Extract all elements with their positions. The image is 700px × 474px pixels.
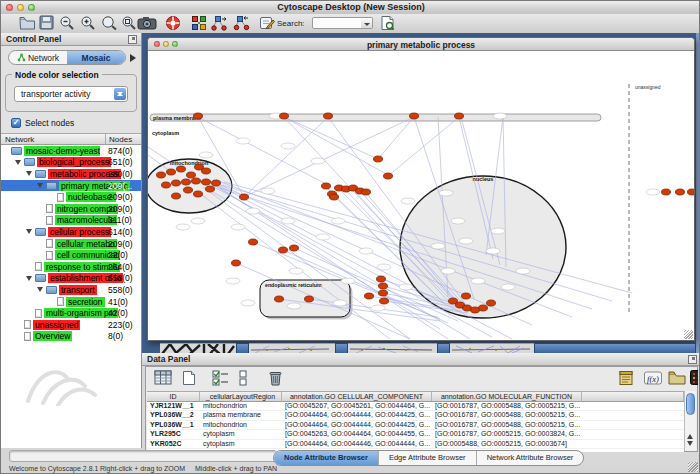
tab-edge-attribute-browser[interactable]: Edge Attribute Browser xyxy=(379,451,477,465)
table-cell[interactable]: cytoplasm xyxy=(200,430,282,438)
table-cell[interactable]: [GO:0044464, GO:0044444, GO:0044425, G..… xyxy=(282,411,432,419)
graph-node[interactable] xyxy=(172,193,181,199)
graph-node[interactable] xyxy=(232,260,241,266)
table-cell[interactable]: [GO:0016787, GO:0005488, GO:0005215, G..… xyxy=(432,421,582,429)
table-scrollbar[interactable] xyxy=(684,391,696,451)
zoom-out-icon[interactable] xyxy=(59,15,77,32)
background-window-titlebar[interactable] xyxy=(437,343,450,353)
tree-item[interactable]: biological_process651(0) xyxy=(1,157,141,169)
search-dropdown-arrow[interactable] xyxy=(361,17,373,29)
tree-item[interactable]: transport558(0) xyxy=(1,284,141,296)
graph-node[interactable] xyxy=(177,166,186,172)
table-cell[interactable]: YKR052C xyxy=(147,440,200,448)
graph-node[interactable] xyxy=(279,247,288,253)
notes-icon[interactable] xyxy=(618,370,637,389)
delete-attribute-icon[interactable] xyxy=(268,370,287,389)
table-column-header[interactable]: annotation.GO CELLULAR_COMPONENT xyxy=(282,392,432,401)
table-row[interactable]: YKR052Ccytoplasm[GO:0044464, GO:0044446,… xyxy=(147,440,684,449)
graph-node[interactable] xyxy=(290,245,299,251)
graph-node[interactable] xyxy=(275,296,284,302)
tree-item[interactable]: nitrogen compo209(0) xyxy=(1,203,141,215)
graph-node[interactable] xyxy=(240,194,249,200)
tree-header[interactable]: Network Nodes xyxy=(1,133,141,145)
graph-node[interactable] xyxy=(322,183,331,189)
table-cell[interactable]: mitochondrion xyxy=(200,402,282,410)
app-resize-grip[interactable] xyxy=(688,462,698,472)
save-session-icon[interactable] xyxy=(39,15,57,32)
disclosure-triangle-icon[interactable] xyxy=(15,160,21,168)
graph-node[interactable] xyxy=(362,189,371,195)
disclosure-triangle-icon[interactable] xyxy=(37,183,43,191)
scroll-down-icon[interactable] xyxy=(687,441,693,449)
snapshot-icon[interactable] xyxy=(137,15,155,32)
tree-item[interactable]: response to stimulu264(0) xyxy=(1,261,141,273)
table-cell[interactable]: [GO:0016787, GO:0005488, GO:0005215, G..… xyxy=(432,411,582,419)
select-nodes-checkbox[interactable]: ✓ xyxy=(11,118,21,128)
matrix-icon[interactable] xyxy=(690,370,698,389)
graph-node[interactable] xyxy=(380,298,389,304)
background-window[interactable] xyxy=(450,343,534,353)
expand-network-icon[interactable] xyxy=(233,15,251,32)
tree-item[interactable]: secretion41(0) xyxy=(1,296,141,308)
tab-mosaic[interactable]: Mosaic xyxy=(67,51,125,64)
table-cell[interactable]: YJR121W__1 xyxy=(147,402,200,410)
background-window[interactable] xyxy=(160,343,236,353)
graph-node[interactable] xyxy=(202,179,211,185)
unselect-attributes-icon[interactable] xyxy=(238,370,257,389)
table-row[interactable]: YJR121W__1mitochondrion[GO:0045267, GO:0… xyxy=(147,402,684,411)
table-cell[interactable]: [GO:0005488, GO:0005215, GO:0003674] xyxy=(432,440,582,448)
tab-node-attribute-browser[interactable]: Node Attribute Browser xyxy=(274,451,379,465)
table-cell[interactable]: [GO:0016787, GO:0005215, GO:0003824, G..… xyxy=(432,430,582,438)
network-window-titlebar[interactable]: primary metabolic process xyxy=(148,38,694,51)
table-column-header[interactable]: annotation.GO MOLECULAR_FUNCTION xyxy=(432,392,582,401)
zoom-selected-icon[interactable] xyxy=(101,15,119,32)
graph-node[interactable] xyxy=(202,168,211,174)
tree-item[interactable]: mosaic-demo-yeast874(0) xyxy=(1,145,141,157)
table-row[interactable]: YPL036W__2plasma membrane[GO:0044464, GO… xyxy=(147,411,684,420)
graph-node[interactable] xyxy=(157,172,166,178)
graph-node[interactable] xyxy=(379,290,388,296)
table-cell[interactable]: [GO:0045267, GO:0045261, GO:0044464, G..… xyxy=(282,402,432,410)
float-panel-icon[interactable] xyxy=(128,35,137,44)
background-window-titlebar[interactable] xyxy=(534,343,696,353)
graph-node[interactable] xyxy=(192,178,201,184)
graph-node[interactable] xyxy=(194,191,203,197)
graph-node[interactable] xyxy=(249,239,258,245)
graph-node[interactable] xyxy=(162,182,171,188)
window-titlebar[interactable]: Cytoscape Desktop (New Session) xyxy=(1,1,700,15)
table-cell[interactable]: YLR295C xyxy=(147,430,200,438)
tree-item[interactable]: cellular process614(0) xyxy=(1,226,141,238)
search-input[interactable] xyxy=(312,17,362,29)
annotation-icon[interactable] xyxy=(259,15,277,32)
table-cell[interactable]: [GO:0045263, GO:0044464, GO:0044455, G..… xyxy=(282,430,432,438)
window-resize-grip[interactable] xyxy=(684,330,693,339)
graph-node[interactable] xyxy=(167,169,176,175)
table-column-header[interactable]: ID xyxy=(147,392,200,401)
background-window-titlebar[interactable] xyxy=(335,343,348,353)
graph-node[interactable] xyxy=(462,293,471,299)
disclosure-triangle-icon[interactable] xyxy=(26,229,32,237)
tree-item[interactable]: cellular metabo209(0) xyxy=(1,238,141,250)
graph-node[interactable] xyxy=(305,296,314,302)
disclosure-triangle-icon[interactable] xyxy=(26,276,32,284)
graph-node[interactable] xyxy=(384,173,393,179)
select-attributes-icon[interactable] xyxy=(212,370,231,389)
tab-network-attribute-browser[interactable]: Network Attribute Browser xyxy=(477,451,584,465)
graph-node[interactable] xyxy=(182,179,191,185)
table-cell[interactable]: YPL036W__1 xyxy=(147,421,200,429)
disclosure-triangle-icon[interactable] xyxy=(37,287,43,295)
graph-node[interactable] xyxy=(365,293,374,299)
scrollbar-thumb[interactable] xyxy=(686,393,695,415)
open-session-icon[interactable] xyxy=(19,15,37,32)
tree-item[interactable]: nucleobase-209(0) xyxy=(1,191,141,203)
network-view-window[interactable]: primary metabolic process plasma membran… xyxy=(147,37,695,341)
graph-node[interactable] xyxy=(212,180,221,186)
table-cell[interactable]: cytoplasm xyxy=(200,440,282,448)
graph-node[interactable] xyxy=(187,172,196,178)
attribute-table-icon[interactable] xyxy=(154,370,173,389)
graph-node[interactable] xyxy=(487,300,496,306)
table-row[interactable]: YLR295Ccytoplasm[GO:0045263, GO:0044464,… xyxy=(147,430,684,439)
table-cell[interactable]: [GO:0044464, GO:0044446, GO:0044444, G..… xyxy=(282,440,432,448)
tree-item[interactable]: cell communicat22(0) xyxy=(1,249,141,261)
graph-node[interactable] xyxy=(662,189,671,195)
